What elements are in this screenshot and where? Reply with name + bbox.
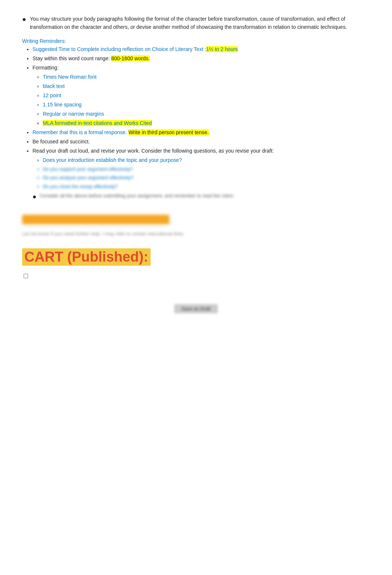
blurred-subtext-text: Let me know if you need further help. I … [22, 231, 370, 237]
checkbox-container[interactable] [24, 272, 370, 278]
read-draft-item: Read your draft out loud, and revise you… [32, 147, 370, 190]
intro-bullet-text: You may structure your body paragraphs f… [30, 15, 370, 31]
read-draft-text: Read your draft out loud, and revise you… [32, 148, 274, 154]
blurred-bullet-text: Consider all the above before submitting… [39, 193, 235, 198]
formatting-sub-list: Times New Roman font black text 12 point… [32, 73, 370, 127]
focused-item: Be focused and succinct. [32, 138, 370, 146]
suggested-time-highlight: 1½ to 2 hours [206, 46, 238, 52]
blurred-subtext-section: Let me know if you need further help. I … [22, 231, 370, 237]
format-12-point: 12 point [43, 92, 370, 99]
format-mla-item: MLA formatted in-text citations and Work… [43, 119, 370, 127]
cart-title-section: CART (Published): [22, 242, 370, 269]
formal-response-text-before: Remember that this is a formal response. [32, 129, 128, 135]
format-black-text: black text [43, 82, 370, 90]
draft-analyze-question: Do you analyze your argument effectively… [43, 174, 370, 181]
format-margins: Regular or narrow margins [43, 110, 370, 118]
format-mla-text: MLA formatted in-text citations and Work… [43, 120, 152, 126]
blurred-bullet-dot: ● [32, 193, 37, 201]
draft-close-question: Do you close the essay effectively? [43, 183, 370, 190]
writing-reminders-label: Writing Reminders: [22, 38, 370, 44]
draft-intro-question: Does your introduction establish the top… [43, 156, 370, 164]
draft-support-question: Do you support your argument effectively… [43, 166, 370, 173]
format-line-spacing: 1.15 line spacing [43, 101, 370, 109]
draft-sub-list: Does your introduction establish the top… [32, 156, 370, 190]
intro-bullet-container: ● You may structure your body paragraphs… [22, 15, 370, 31]
word-count-item: Stay within this word count range: 800-1… [32, 55, 370, 62]
intro-bullet-icon: ● [22, 16, 26, 23]
formal-response-highlight: Write in third person present tense. [128, 129, 209, 135]
blurred-bullet-container: ● Consider all the above before submitti… [32, 193, 370, 201]
word-count-text-before: Stay within this word count range: [32, 55, 111, 61]
cart-title-text: CART (Published): [22, 248, 151, 266]
checkbox-icon[interactable] [24, 274, 28, 278]
blurred-heading-text: Viewing Options (or rights revocation) [22, 215, 169, 224]
save-button-container[interactable]: Save as Draft [22, 297, 370, 313]
formal-response-item: Remember that this is a formal response.… [32, 129, 370, 136]
word-count-highlight: 800-1600 words. [111, 55, 149, 61]
formatting-item: Formatting: Times New Roman font black t… [32, 64, 370, 127]
blurred-heading-section: Viewing Options (or rights revocation) [22, 208, 370, 227]
formatting-label: Formatting: [32, 65, 59, 71]
format-times-new-roman: Times New Roman font [43, 73, 370, 81]
suggested-time-text-before: Suggested Time to Complete including ref… [32, 46, 206, 52]
save-draft-button[interactable]: Save as Draft [174, 304, 218, 313]
suggested-time-item: Suggested Time to Complete including ref… [32, 45, 370, 53]
writing-reminders-list: Suggested Time to Complete including ref… [22, 45, 370, 190]
